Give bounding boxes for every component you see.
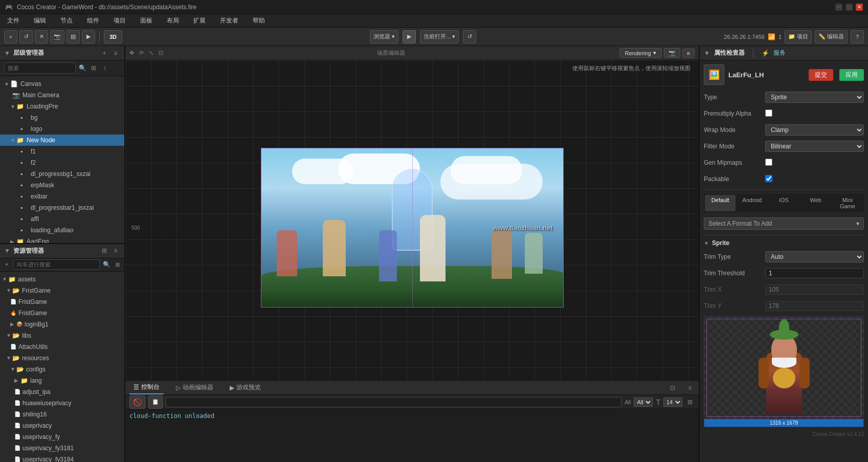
tree-item-dlprogressbg1[interactable]: ▪ dl_progressbg1_sxzai [0, 168, 124, 180]
asset-item-shiling16[interactable]: 📄 shiling16 [0, 409, 124, 420]
asset-item-fristgame-fire[interactable]: 🔥 FristGame [0, 307, 124, 319]
hierarchy-menu-icon[interactable]: ≡ [111, 49, 120, 58]
refresh-button[interactable]: ↺ [19, 30, 33, 43]
asset-sort-icon[interactable]: ≣ [113, 260, 122, 269]
hierarchy-sort-icon[interactable]: ↕ [100, 63, 109, 73]
asset-item-lang[interactable]: ▶ 📁 lang [0, 375, 124, 386]
console-tab-console[interactable]: ☰ 控制台 [129, 381, 164, 394]
premultiply-checkbox[interactable] [765, 109, 772, 117]
tree-item-maincamera[interactable]: 📷 Main Camera [0, 90, 124, 101]
camera-button[interactable]: 📷 [664, 48, 680, 58]
trimthreshold-input[interactable] [765, 268, 864, 278]
packable-checkbox[interactable] [765, 175, 772, 182]
platform-tab-android[interactable]: Android [737, 195, 767, 211]
tree-item-loadingafulliao[interactable]: ▪ loading_afulliao [0, 225, 124, 236]
tree-item-exibar[interactable]: ▪ exibar [0, 191, 124, 202]
tree-item-dlprogressbar1[interactable]: ▪ dl_progressbar1_jsxzai [0, 202, 124, 213]
asset-item-attachutils[interactable]: 📄 AttachUtils [0, 341, 124, 353]
scene-scale-icon[interactable]: ⤡ [149, 50, 153, 56]
asset-item-adjust-ipa[interactable]: 📄 adjust_ipa [0, 386, 124, 398]
platform-tab-default[interactable]: Default [705, 195, 736, 211]
asset-item-loginbg1[interactable]: ▶ 📦 loginBg1 [0, 319, 124, 330]
tree-item-erpmask[interactable]: ▪ erpMask [0, 180, 124, 191]
tree-item-f2[interactable]: ▪ f2 [0, 157, 124, 168]
apply-button[interactable]: 应用 [839, 69, 864, 81]
asset-item-libs[interactable]: ▼ 📂 libs [0, 330, 124, 341]
hierarchy-add-icon[interactable]: + [100, 49, 109, 58]
menu-file[interactable]: 文件 [4, 15, 23, 26]
asset-search-icon[interactable]: 🔍 [102, 260, 111, 269]
asset-item-fristgame-folder[interactable]: ▼ 📂 FristGame [0, 285, 124, 296]
play-button[interactable]: ▶ [403, 30, 416, 43]
scene-move-icon[interactable]: ✥ [129, 50, 134, 56]
inspector-service-tab[interactable]: ⚡ [762, 50, 769, 57]
3d-toggle-button[interactable]: 3D [104, 30, 122, 43]
browser-button[interactable]: 浏览器 ▾ [370, 30, 398, 43]
tree-item-newnode[interactable]: ▼ 📁 New Node [0, 135, 124, 146]
help-button[interactable]: ? [851, 30, 864, 43]
tree-item-bg[interactable]: ▪ bg [0, 112, 124, 123]
asset-item-resources[interactable]: ▼ 📂 resources [0, 353, 124, 364]
asset-search-input[interactable] [13, 259, 100, 270]
type-select[interactable]: Sprite [765, 92, 864, 103]
menu-node[interactable]: 节点 [57, 15, 76, 26]
hierarchy-filter-icon[interactable]: ⊞ [89, 63, 98, 73]
platform-tab-web[interactable]: Web [800, 195, 831, 211]
asset-item-useprivacy-fy[interactable]: 📄 useprivacy_fy [0, 431, 124, 443]
console-level-select[interactable]: All [634, 398, 653, 407]
tree-item-canvas[interactable]: ▼ 📄 Canvas [0, 78, 124, 90]
console-tab-preview[interactable]: ▶ 游戏预览 [226, 381, 265, 394]
menu-extend[interactable]: 扩展 [190, 15, 209, 26]
platform-tab-ios[interactable]: iOS [768, 195, 799, 211]
anim-button[interactable]: ▤ [66, 30, 80, 43]
open-scene-button[interactable]: 当前打开... ▾ [420, 30, 459, 43]
asset-item-useprivacy[interactable]: 📄 useprivacy [0, 420, 124, 431]
console-menu-icon[interactable]: ≡ [685, 383, 695, 392]
menu-project[interactable]: 项目 [110, 15, 129, 26]
asset-item-huaweiuseprivacy[interactable]: 📄 huaweiuseprivacy [0, 398, 124, 409]
console-popout-icon[interactable]: ⊡ [668, 383, 677, 392]
console-fontsize-select[interactable]: 14 [663, 398, 682, 407]
trimtype-select[interactable]: Auto [765, 251, 864, 262]
console-clear-button[interactable]: 🚫 [129, 395, 145, 409]
console-tab-anim[interactable]: ▷ 动画编辑器 [172, 381, 217, 394]
maximize-button[interactable]: □ [845, 4, 853, 11]
menu-component[interactable]: 组件 [84, 15, 102, 26]
console-filter-input[interactable] [166, 397, 621, 407]
menu-panel[interactable]: 面板 [137, 15, 155, 26]
asset-add-icon[interactable]: ⊞ [100, 246, 109, 255]
tree-item-aarting[interactable]: ▶ 📁 AartEng [0, 236, 124, 243]
tree-item-loadingpre[interactable]: ▼ 📁 LoadingPre [0, 101, 124, 112]
menu-help[interactable]: 帮助 [250, 15, 268, 26]
console-expand-icon[interactable]: ⊞ [685, 398, 695, 407]
add-node-button[interactable]: + [4, 30, 17, 43]
asset-menu-icon[interactable]: ≡ [111, 246, 120, 255]
menu-developer[interactable]: 开发者 [217, 15, 241, 26]
tree-item-logo[interactable]: ▪ logo [0, 123, 124, 135]
menu-edit[interactable]: 编辑 [31, 15, 49, 26]
scene-refresh-button[interactable]: ↺ [463, 30, 476, 43]
format-dropdown[interactable]: Select A Format To Add ▾ [704, 217, 864, 230]
editor-button[interactable]: ✏️ 编辑器 [815, 30, 848, 43]
menu-layout[interactable]: 布局 [164, 15, 182, 26]
project-button[interactable]: 📁 项目 [785, 30, 812, 43]
window-controls[interactable]: ─ □ ✕ [835, 4, 863, 11]
asset-item-useprivacy-fy3184[interactable]: 📄 useprivacy_fy3184 [0, 454, 124, 463]
tree-item-affl[interactable]: ▪ affl [0, 213, 124, 225]
genmipmaps-checkbox[interactable] [765, 159, 772, 166]
play-2d-button[interactable]: ▶ [82, 30, 95, 43]
confirm-button[interactable]: 提交 [809, 69, 833, 81]
minimize-button[interactable]: ─ [835, 4, 842, 11]
asset-item-assets[interactable]: ▼ 📁 assets [0, 274, 124, 285]
console-copy-button[interactable]: 📋 [148, 395, 163, 409]
rendering-button[interactable]: Rendering ▾ [619, 48, 662, 58]
asset-item-configs[interactable]: ▼ 📂 configs [0, 364, 124, 375]
scene-rect-icon[interactable]: ⊡ [159, 50, 163, 56]
platform-tab-minigame[interactable]: Mini Game [832, 195, 863, 211]
stop-button[interactable]: ✕ [35, 30, 48, 43]
filtermode-select[interactable]: Bilinear [765, 141, 864, 152]
hierarchy-search-icon[interactable]: 🔍 [78, 63, 87, 73]
asset-create-icon[interactable]: + [2, 260, 11, 269]
scene-menu-button[interactable]: ≡ [682, 49, 695, 58]
asset-item-fristgame-js[interactable]: 📄 FristGame [0, 296, 124, 307]
